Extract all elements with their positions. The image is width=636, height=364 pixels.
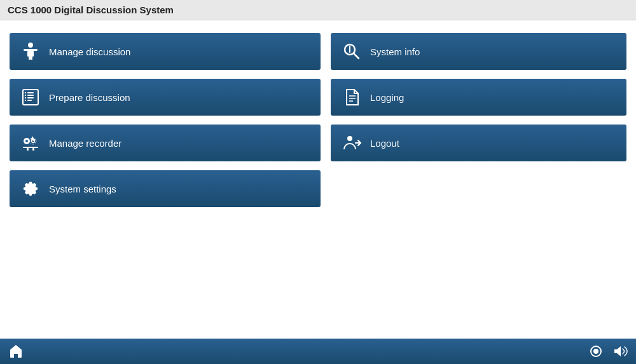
app-title: CCS 1000 Digital Discussion System [8, 4, 174, 15]
record-settings-icon [18, 131, 43, 155]
svg-marker-33 [614, 346, 621, 356]
svg-rect-5 [24, 49, 38, 51]
logout-button[interactable]: Logout [331, 125, 626, 161]
manage-discussion-label: Manage discussion [49, 46, 130, 57]
list-settings-icon [18, 85, 43, 109]
svg-point-16 [25, 140, 28, 142]
prepare-discussion-label: Prepare discussion [49, 92, 130, 103]
logout-label: Logout [370, 138, 399, 149]
svg-rect-19 [27, 148, 29, 151]
manage-discussion-button[interactable]: Manage discussion [10, 33, 321, 70]
volume-button[interactable] [611, 342, 630, 361]
svg-point-32 [593, 349, 598, 354]
svg-rect-11 [25, 97, 26, 98]
main-content: Manage discussion Prepare discussion [0, 20, 636, 339]
system-info-label: System info [370, 46, 420, 57]
svg-rect-2 [27, 51, 34, 57]
svg-rect-9 [25, 95, 26, 96]
svg-rect-14 [27, 100, 32, 101]
right-column: System info Logging [331, 33, 626, 326]
svg-rect-8 [27, 92, 34, 93]
svg-rect-7 [25, 92, 26, 93]
title-bar: CCS 1000 Digital Discussion System [0, 0, 636, 20]
prepare-discussion-button[interactable]: Prepare discussion [10, 79, 321, 116]
gear-icon [18, 177, 43, 201]
logging-button[interactable]: Logging [331, 79, 626, 116]
svg-point-0 [28, 43, 33, 48]
svg-rect-13 [25, 100, 26, 101]
manage-recorder-label: Manage recorder [49, 138, 121, 149]
svg-rect-10 [27, 95, 34, 96]
svg-point-29 [347, 136, 352, 141]
left-column: Manage discussion Prepare discussion [10, 33, 321, 326]
user-logout-icon [340, 131, 364, 155]
svg-rect-18 [23, 147, 38, 148]
bottom-bar [0, 339, 636, 364]
magnify-icon [340, 39, 364, 64]
system-settings-button[interactable]: System settings [10, 170, 321, 207]
svg-point-25 [349, 46, 350, 47]
svg-rect-12 [27, 97, 34, 98]
svg-rect-20 [32, 148, 34, 151]
document-icon [340, 85, 364, 109]
person-podium-icon [18, 39, 43, 64]
home-button[interactable] [6, 342, 25, 361]
camera-button[interactable] [586, 342, 605, 361]
svg-line-22 [354, 53, 359, 58]
bottom-right-icons [586, 342, 630, 361]
manage-recorder-button[interactable]: Manage recorder [10, 125, 321, 161]
system-settings-label: System settings [49, 184, 116, 194]
system-info-button[interactable]: System info [331, 33, 626, 70]
logging-label: Logging [370, 92, 404, 103]
svg-rect-3 [29, 57, 31, 60]
svg-rect-4 [31, 57, 32, 60]
svg-point-17 [32, 140, 35, 143]
